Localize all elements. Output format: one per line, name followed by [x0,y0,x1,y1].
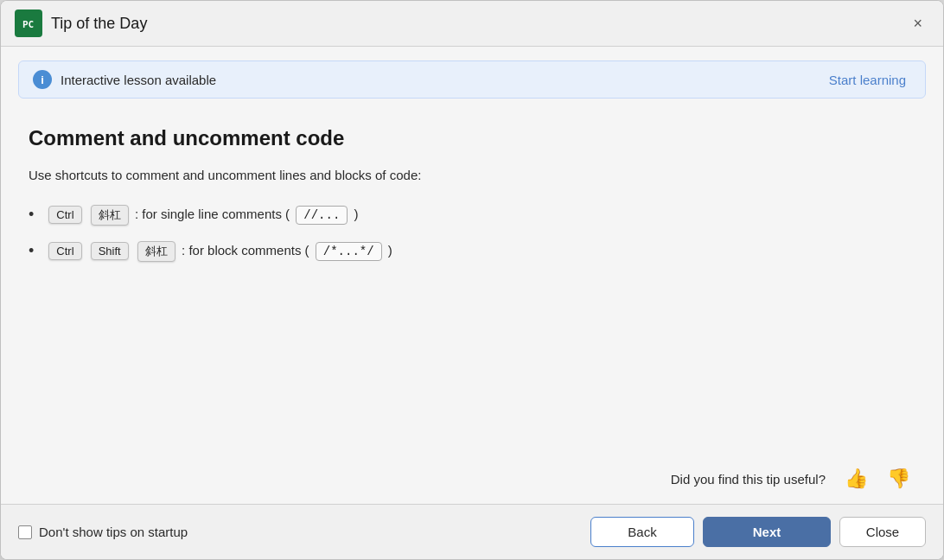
key-desc-1: : for single line comments ( [135,207,290,221]
code-inline-2: /*...*/ [316,242,382,261]
thumbs-up-icon: 👍 [845,468,868,489]
footer-buttons: Back Next Close [590,517,926,547]
banner-text: Interactive lesson available [61,73,824,87]
thumbs-down-icon: 👎 [887,468,910,489]
key-ctrl: Ctrl [48,206,81,224]
list-item: • Ctrl 斜杠 : for single line comments ( /… [29,205,915,226]
svg-text:PC: PC [22,19,34,30]
dont-show-label[interactable]: Don't show tips on startup [39,525,188,539]
code-inline-1: //... [296,206,348,225]
key-desc-2: : for block comments ( [182,243,309,258]
info-banner: i Interactive lesson available Start lea… [18,60,926,99]
tip-content: Comment and uncomment code Use shortcuts… [1,105,943,457]
app-icon: PC [15,10,42,37]
info-icon: i [33,70,52,89]
dialog-window: PC Tip of the Day × i Interactive lesson… [0,0,944,560]
feedback-label: Did you find this tip useful? [671,472,826,487]
footer: Don't show tips on startup Back Next Clo… [1,504,943,559]
thumbs-down-button[interactable]: 👎 [882,464,915,493]
back-button[interactable]: Back [590,517,694,547]
window-close-button[interactable]: × [906,12,929,35]
bullet-icon: • [29,242,34,260]
tip-list: • Ctrl 斜杠 : for single line comments ( /… [29,205,915,262]
feedback-row: Did you find this tip useful? 👍 👎 [1,457,943,504]
start-learning-button[interactable]: Start learning [824,71,911,89]
dont-show-checkbox[interactable] [18,525,32,539]
key-slash-2: 斜杠 [137,241,175,262]
key-desc-2-close: ) [388,243,392,258]
key-shift: Shift [91,242,129,260]
thumbs-up-button[interactable]: 👍 [839,464,873,493]
bullet-icon: • [29,206,34,224]
key-ctrl-2: Ctrl [48,242,81,260]
list-item: • Ctrl Shift 斜杠 : for block comments ( /… [29,241,915,262]
key-desc-1-close: ) [354,207,358,221]
key-slash-1: 斜杠 [91,205,129,226]
next-button[interactable]: Next [703,517,831,547]
shortcut-keys-1: Ctrl 斜杠 : for single line comments ( //.… [46,205,358,226]
window-title: Tip of the Day [51,15,906,33]
close-button[interactable]: Close [839,517,926,547]
title-bar: PC Tip of the Day × [1,1,943,47]
shortcut-keys-2: Ctrl Shift 斜杠 : for block comments ( /*.… [46,241,392,262]
checkbox-area: Don't show tips on startup [18,525,590,539]
tip-description: Use shortcuts to comment and uncomment l… [29,166,915,186]
tip-title: Comment and uncomment code [29,126,915,150]
